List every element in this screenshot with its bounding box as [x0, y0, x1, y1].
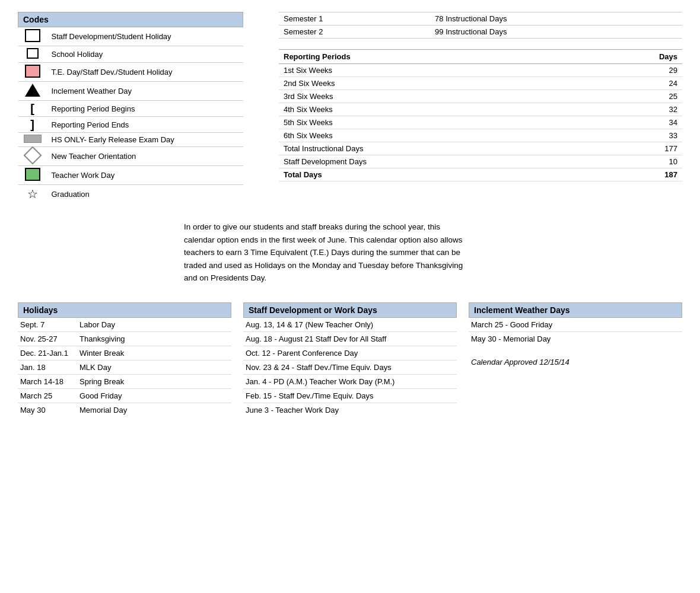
staff-dev-desc: Nov. 23 & 24 - Staff Dev./Time Equiv. Da… [246, 363, 454, 372]
inclement-col: Inclement Weather Days March 25 - Good F… [469, 302, 682, 417]
period-days: 177 [588, 142, 682, 155]
code-row: ☆ Graduation [18, 185, 243, 203]
holiday-desc: Thanksgiving [79, 334, 229, 343]
reporting-period-row: Staff Development Days 10 [279, 155, 682, 168]
inclement-list: March 25 - Good FridayMay 30 - Memorial … [469, 318, 682, 346]
code-row: Staff Development/Student Holiday [18, 27, 243, 46]
stats-section: Semester 1 78 Instructional Days Semeste… [279, 12, 682, 203]
code-row: [ Reporting Period Begins [18, 101, 243, 117]
staff-dev-desc: June 3 - Teacher Work Day [246, 406, 454, 415]
icon-cell [18, 147, 47, 166]
staff-dev-col: Staff Development or Work Days Aug. 13, … [243, 302, 457, 417]
te-day-icon [25, 65, 40, 78]
semester1-label: Semester 1 [279, 12, 430, 25]
staff-dev-desc: Oct. 12 - Parent Conference Day [246, 349, 454, 358]
holiday-item: Dec. 21-Jan.1 Winter Break [18, 346, 231, 361]
period-name: Total Instructional Days [279, 142, 588, 155]
holiday-date: March 14-18 [20, 377, 74, 386]
icon-cell: ] [18, 117, 47, 133]
semester-table: Semester 1 78 Instructional Days Semeste… [279, 12, 682, 39]
holiday-item: Nov. 25-27 Thanksgiving [18, 332, 231, 346]
reporting-period-row: 2nd Six Weeks 24 [279, 77, 682, 90]
semester2-label: Semester 2 [279, 25, 430, 39]
holiday-date: Sept. 7 [20, 320, 74, 329]
inclement-header: Inclement Weather Days [469, 302, 682, 318]
icon-cell [18, 46, 47, 63]
bottom-section: Holidays Sept. 7 Labor Day Nov. 25-27 Th… [18, 302, 682, 417]
description-text: In order to give our students and staff … [184, 221, 469, 285]
reporting-period-ends-icon: ] [30, 119, 34, 130]
staff-dev-item: Jan. 4 - PD (A.M.) Teacher Work Day (P.M… [243, 375, 457, 389]
holiday-item: Jan. 18 MLK Day [18, 361, 231, 375]
code-label: Graduation [47, 185, 243, 203]
reporting-period-row: Total Days 187 [279, 168, 682, 181]
inclement-desc: March 25 - Good Friday [471, 320, 680, 329]
semester2-row: Semester 2 99 Instructional Days [279, 25, 682, 39]
inclement-weather-icon [25, 84, 40, 97]
staff-dev-desc: Aug. 13, 14 & 17 (New Teacher Only) [246, 320, 454, 329]
code-row: Teacher Work Day [18, 166, 243, 185]
staff-dev-header: Staff Development or Work Days [243, 302, 457, 318]
icon-cell [18, 166, 47, 185]
holiday-date: Nov. 25-27 [20, 334, 74, 343]
period-days: 25 [588, 90, 682, 103]
holiday-date: May 30 [20, 406, 74, 415]
holiday-item: Sept. 7 Labor Day [18, 318, 231, 332]
period-name: Staff Development Days [279, 155, 588, 168]
holiday-date: Dec. 21-Jan.1 [20, 349, 74, 358]
codes-table: Codes Staff Development/Student Holiday … [18, 12, 243, 203]
inclement-desc: May 30 - Memorial Day [471, 334, 680, 343]
holiday-desc: Labor Day [79, 320, 229, 329]
reporting-period-row: 1st Six Weeks 29 [279, 64, 682, 77]
teacher-work-day-icon [25, 168, 40, 181]
icon-cell: ☆ [18, 185, 47, 203]
codes-header: Codes [18, 12, 243, 27]
staff-dev-item: Nov. 23 & 24 - Staff Dev./Time Equiv. Da… [243, 361, 457, 375]
code-label: HS ONLY- Early Release Exam Day [47, 133, 243, 147]
semester2-value: 99 Instructional Days [430, 25, 682, 39]
code-label: Teacher Work Day [47, 166, 243, 185]
period-name: 5th Six Weeks [279, 116, 588, 129]
icon-cell [18, 63, 47, 82]
code-label: Reporting Period Begins [47, 101, 243, 117]
code-row: Inclement Weather Day [18, 82, 243, 101]
staff-dev-student-holiday-icon [25, 29, 40, 42]
holiday-date: Jan. 18 [20, 363, 74, 372]
reporting-period-row: Total Instructional Days 177 [279, 142, 682, 155]
code-label: Reporting Period Ends [47, 117, 243, 133]
reporting-period-row: 6th Six Weeks 33 [279, 129, 682, 142]
codes-section: Codes Staff Development/Student Holiday … [18, 12, 243, 203]
reporting-periods-table: Reporting Periods Days 1st Six Weeks 29 … [279, 49, 682, 181]
reporting-period-begins-icon: [ [30, 103, 34, 114]
holidays-header: Holidays [18, 302, 231, 318]
holiday-desc: MLK Day [79, 363, 229, 372]
staff-dev-desc: Feb. 15 - Staff Dev./Time Equiv. Days [246, 391, 454, 400]
staff-dev-item: June 3 - Teacher Work Day [243, 403, 457, 417]
school-holiday-icon [27, 48, 39, 59]
code-label: New Teacher Orientation [47, 147, 243, 166]
period-days: 32 [588, 103, 682, 116]
staff-dev-desc: Aug. 18 - August 21 Staff Dev for All St… [246, 334, 454, 343]
staff-dev-item: Aug. 18 - August 21 Staff Dev for All St… [243, 332, 457, 346]
holiday-item: March 25 Good Friday [18, 389, 231, 403]
staff-dev-item: Feb. 15 - Staff Dev./Time Equiv. Days [243, 389, 457, 403]
early-release-icon [24, 135, 42, 143]
reporting-period-row: 4th Six Weeks 32 [279, 103, 682, 116]
icon-cell [18, 27, 47, 46]
period-name: 6th Six Weeks [279, 129, 588, 142]
reporting-col-header: Reporting Periods [279, 50, 588, 64]
graduation-icon: ☆ [27, 187, 38, 201]
code-label: School Holiday [47, 46, 243, 63]
holiday-desc: Winter Break [79, 349, 229, 358]
period-days: 34 [588, 116, 682, 129]
top-section: Codes Staff Development/Student Holiday … [18, 12, 682, 203]
code-label: Staff Development/Student Holiday [47, 27, 243, 46]
code-row: T.E. Day/Staff Dev./Student Holiday [18, 63, 243, 82]
holiday-desc: Good Friday [79, 391, 229, 400]
semester1-value: 78 Instructional Days [430, 12, 682, 25]
new-teacher-orientation-icon [23, 146, 42, 164]
reporting-period-row: 3rd Six Weeks 25 [279, 90, 682, 103]
period-name: 3rd Six Weeks [279, 90, 588, 103]
icon-cell [18, 133, 47, 147]
staff-dev-item: Oct. 12 - Parent Conference Day [243, 346, 457, 361]
